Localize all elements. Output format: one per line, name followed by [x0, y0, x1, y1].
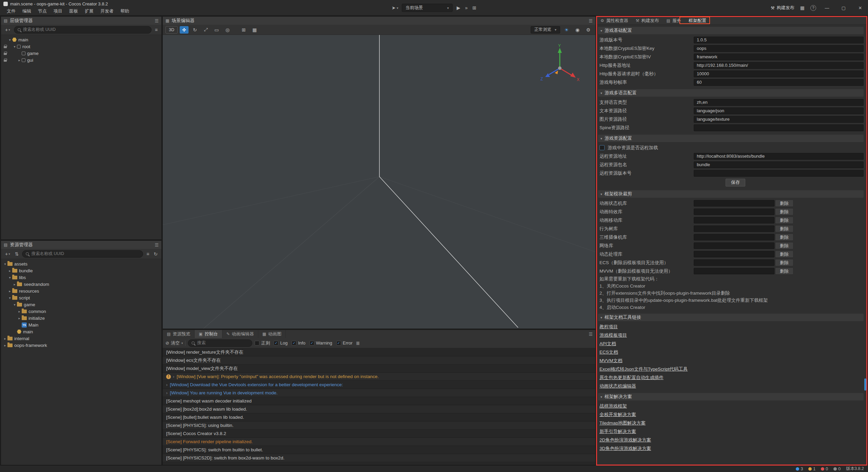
- refresh-icon[interactable]: ↻: [153, 251, 159, 257]
- expand-arrow-icon[interactable]: ▸: [17, 58, 22, 62]
- panel-menu-icon[interactable]: ☰: [589, 18, 593, 23]
- delete-button[interactable]: 删除: [775, 208, 793, 215]
- regex-checkbox[interactable]: [255, 341, 259, 346]
- expand-arrow-icon[interactable]: ▸: [7, 269, 12, 273]
- menu-item[interactable]: 帮助: [117, 7, 133, 15]
- menu-item[interactable]: 文件: [3, 7, 19, 15]
- panel-menu-icon[interactable]: ☰: [155, 242, 159, 248]
- console-search-input[interactable]: 搜索: [188, 339, 252, 347]
- module-input[interactable]: [694, 242, 774, 249]
- help-icon[interactable]: ?: [810, 5, 816, 11]
- save-button[interactable]: 保存: [726, 179, 745, 186]
- warning-count-badge[interactable]: 1: [808, 467, 815, 471]
- close-button[interactable]: ✕: [854, 5, 866, 11]
- expand-arrow-icon[interactable]: ▸: [3, 337, 7, 340]
- property-input[interactable]: [694, 170, 864, 177]
- scrollbar-thumb[interactable]: [864, 378, 866, 391]
- expand-arrow-icon[interactable]: ▸: [3, 343, 7, 347]
- log-filter[interactable]: ✓Info: [292, 340, 305, 346]
- framework-link[interactable]: 教程项目: [598, 322, 618, 331]
- asset-node[interactable]: ▸seedrandom: [1, 281, 161, 288]
- framework-link[interactable]: MVVM文档: [598, 356, 623, 365]
- sort-icon[interactable]: ⇅: [14, 251, 20, 257]
- console-log-row[interactable]: [Scene] [PHYSICS2D]: switch from box2d-w…: [163, 454, 595, 462]
- expand-arrow-icon[interactable]: ▸: [7, 289, 12, 293]
- module-input[interactable]: [694, 225, 774, 232]
- console-tab[interactable]: ▤资源预览: [163, 330, 195, 338]
- dimension-toggle[interactable]: 3D: [165, 26, 178, 34]
- scene-selector[interactable]: 当前场景 ▾: [402, 4, 453, 12]
- framework-link[interactable]: Tiledmap地图解决方案: [598, 419, 646, 427]
- console-tab[interactable]: ✎动画编辑器: [222, 330, 258, 338]
- scene-viewport[interactable]: Y X Z: [163, 35, 595, 329]
- asset-node[interactable]: ▸common: [1, 308, 161, 315]
- property-input[interactable]: 1.0.5: [694, 37, 864, 43]
- module-input[interactable]: [694, 217, 774, 223]
- console-log-row[interactable]: ›[Window] Download the Vue Devtools exte…: [163, 381, 595, 389]
- log-filter[interactable]: ✓Warning: [310, 340, 332, 346]
- framework-link[interactable]: API文档: [598, 339, 616, 348]
- hierarchy-node[interactable]: ▾main: [1, 36, 161, 43]
- scale-tool-button[interactable]: ⤢: [201, 26, 210, 34]
- filter-icon[interactable]: ≡: [154, 27, 159, 33]
- inspector-tab[interactable]: 框架配置: [685, 17, 710, 24]
- module-input[interactable]: [694, 259, 774, 266]
- module-input[interactable]: [694, 200, 774, 206]
- framework-link[interactable]: 原生包热更新配置自动生成插件: [598, 373, 664, 382]
- menu-item[interactable]: 扩展: [81, 7, 97, 15]
- hierarchy-node[interactable]: game: [1, 50, 161, 57]
- assets-search-input[interactable]: 搜索名称或 UUID: [22, 250, 143, 258]
- preview-caret-icon[interactable]: ▾: [397, 6, 398, 10]
- delete-button[interactable]: 删除: [775, 217, 793, 224]
- property-input[interactable]: [694, 124, 864, 131]
- module-input[interactable]: [694, 268, 774, 274]
- scene-light-toggle[interactable]: ☀: [562, 26, 571, 34]
- filter-checkbox[interactable]: ✓: [274, 341, 278, 346]
- delete-button[interactable]: 删除: [775, 268, 793, 275]
- log-count-badge[interactable]: 3: [796, 467, 803, 471]
- translate-tool-button[interactable]: ✜: [180, 26, 189, 34]
- asset-node[interactable]: ▾libs: [1, 274, 161, 281]
- log-filter[interactable]: ✓Error: [336, 340, 353, 346]
- module-input[interactable]: [694, 234, 774, 240]
- create-node-button[interactable]: + ▾: [4, 27, 12, 33]
- asset-node[interactable]: ▸bundle: [1, 267, 161, 274]
- play-button[interactable]: ▶: [456, 5, 461, 11]
- expand-arrow-icon[interactable]: ▸: [17, 310, 22, 313]
- property-input[interactable]: framework: [694, 54, 864, 60]
- inspector-tab[interactable]: ⚙属性检查器: [597, 17, 632, 24]
- framework-link[interactable]: 2D角色扮演游戏解决方案: [598, 436, 651, 444]
- framework-link[interactable]: 战棋游戏框架: [598, 402, 627, 410]
- asset-node[interactable]: ▸resources: [1, 288, 161, 294]
- inspector-tab[interactable]: ⚒构建发布: [632, 17, 663, 24]
- menu-item[interactable]: 开发者: [97, 7, 117, 15]
- axis-gizmo[interactable]: Y X Z: [538, 44, 582, 88]
- console-log-row[interactable]: [Scene] [PHYSICS]: using builtin.: [163, 421, 595, 430]
- section-header[interactable]: ▾框架文档工具链接: [598, 314, 864, 321]
- section-header[interactable]: ▾框架模块裁剪: [598, 190, 864, 198]
- build-publish-button[interactable]: ⚒ 构建发布: [771, 5, 794, 11]
- property-input[interactable]: zh,en: [694, 99, 864, 106]
- expand-chevron-icon[interactable]: ›: [173, 374, 174, 379]
- delete-button[interactable]: 删除: [775, 259, 793, 266]
- create-asset-button[interactable]: + ▾: [4, 251, 12, 257]
- framework-link[interactable]: 全栈开发解决方案: [598, 410, 636, 419]
- console-log-row[interactable]: [Window] ecs文件夹不存在: [163, 356, 595, 365]
- console-log-row[interactable]: [Scene] [bullet]:bullet wasm lib loaded.: [163, 413, 595, 421]
- console-log-row[interactable]: [Scene] [PHYSICS]: switch from builtin t…: [163, 446, 595, 454]
- asset-node[interactable]: main: [1, 328, 161, 335]
- property-input[interactable]: 10000: [694, 71, 864, 77]
- hierarchy-node[interactable]: ▾root: [1, 43, 161, 50]
- framework-link[interactable]: Excel格式转Json文件与TypeScript代码工具: [598, 365, 688, 373]
- property-input[interactable]: oops: [694, 45, 864, 52]
- menu-item[interactable]: 面板: [66, 7, 81, 15]
- filter-checkbox[interactable]: ✓: [310, 341, 314, 346]
- section-header[interactable]: ▾游戏多语言配置: [598, 89, 864, 97]
- framework-link[interactable]: 游戏模板项目: [598, 331, 627, 339]
- console-log-row[interactable]: [Window] render_texture文件夹不存在: [163, 348, 595, 356]
- log-filter[interactable]: ✓Log: [274, 340, 288, 346]
- screenshot-icon[interactable]: ▦: [800, 5, 805, 11]
- remote-load-checkbox[interactable]: [599, 145, 605, 150]
- property-input[interactable]: language/texture: [694, 116, 864, 123]
- console-log-row[interactable]: [Scene] Forward render pipeline initiali…: [163, 438, 595, 446]
